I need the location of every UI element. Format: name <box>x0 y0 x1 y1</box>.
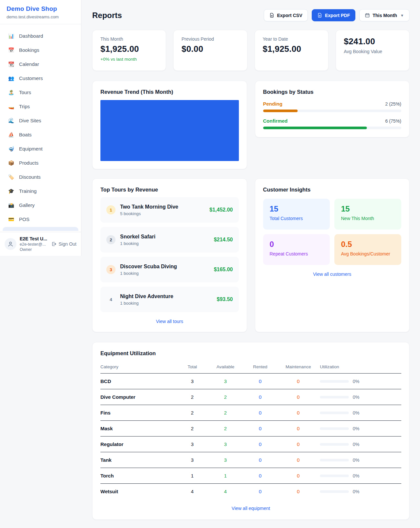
equipment-table-row: Torch 1 1 0 0 0% <box>100 468 401 484</box>
utilization-percent: 0% <box>353 379 359 384</box>
sailboat-icon: ⛵ <box>8 132 14 138</box>
dashboard-icon: 📊 <box>8 33 14 39</box>
export-csv-icon <box>269 13 274 18</box>
utilization-percent: 0% <box>353 473 359 478</box>
period-label: This Month <box>372 13 397 18</box>
equipment-total: 3 <box>178 437 207 452</box>
insight-value: 0.5 <box>341 240 395 249</box>
tour-bookings: 5 bookings <box>120 211 205 216</box>
equipment-rented: 0 <box>244 468 277 484</box>
col-available: Available <box>207 362 244 374</box>
period-select[interactable]: This Month ▼ <box>359 9 410 21</box>
speedboat-icon: 🚤 <box>8 104 14 110</box>
customer-insights-card: Customer Insights 15 Total Customers 15 … <box>255 178 410 332</box>
insight-value: 15 <box>270 204 324 213</box>
sidebar-item-label: Calendar <box>19 61 39 67</box>
utilization-percent: 0% <box>353 442 359 447</box>
sidebar-item-calendar[interactable]: 📆Calendar <box>0 57 81 71</box>
sidebar-item-dashboard[interactable]: 📊Dashboard <box>0 29 81 43</box>
customers-icon: 👥 <box>8 75 14 81</box>
utilization-percent: 0% <box>353 489 359 494</box>
tour-row[interactable]: 1 Two Tank Morning Dive 5 bookings $1,45… <box>100 197 239 223</box>
tour-row[interactable]: 3 Discover Scuba Diving 1 booking $165.0… <box>100 257 239 282</box>
stat-card-avg-booking-value: $241.00 Avg Booking Value <box>336 30 410 71</box>
equipment-utilization-card: Equipment Utilization Category Total Ava… <box>92 342 410 520</box>
equipment-utilization-cell: 0% <box>320 389 401 405</box>
sidebar-item-bookings[interactable]: 📅Bookings <box>0 43 81 57</box>
sidebar-item-label: Trips <box>19 104 30 109</box>
sidebar-item-products[interactable]: 📦Products <box>0 156 81 170</box>
status-label: Pending <box>263 101 283 107</box>
equipment-category: Wetsuit <box>100 484 178 499</box>
insight-tile-avg-bookings: 0.5 Avg Bookings/Customer <box>334 234 401 265</box>
equipment-rented: 0 <box>244 374 277 389</box>
sidebar-item-label: Boats <box>19 132 32 137</box>
status-count: 6 (75%) <box>385 118 401 124</box>
equipment-utilization-cell: 0% <box>320 437 401 452</box>
stat-label: Year to Date <box>263 36 320 42</box>
equipment-table-row: Wetsuit 4 4 0 0 0% <box>100 484 401 499</box>
export-pdf-button[interactable]: Export PDF <box>312 9 355 21</box>
tour-revenue: $214.50 <box>214 237 233 243</box>
export-pdf-icon <box>317 13 322 18</box>
tour-revenue: $93.50 <box>217 296 233 302</box>
sidebar-item-discounts[interactable]: 🏷️Discounts <box>0 170 81 184</box>
export-csv-button[interactable]: Export CSV <box>264 9 308 21</box>
col-rented: Rented <box>244 362 277 374</box>
equipment-category: Tank <box>100 452 178 468</box>
sidebar-item-label: Discounts <box>19 174 41 180</box>
tour-revenue: $1,452.00 <box>209 207 233 213</box>
equipment-category: Dive Computer <box>100 389 178 405</box>
tour-name: Discover Scuba Diving <box>120 264 209 270</box>
sidebar-item-label: Equipment <box>19 146 43 152</box>
revenue-trend-chart <box>100 100 239 161</box>
user-box: E2E Test U... e2e-tester@... Owner Sign … <box>0 232 81 256</box>
credit-card-icon: 💳 <box>8 216 14 222</box>
equipment-total: 2 <box>178 405 207 421</box>
equipment-table-row: Fins 2 2 0 0 0% <box>100 405 401 421</box>
insight-label: New This Month <box>341 216 395 221</box>
equipment-total: 2 <box>178 389 207 405</box>
sidebar-item-equipment[interactable]: 🤿Equipment <box>0 142 81 156</box>
sidebar-item-label: Dive Sites <box>19 118 41 123</box>
avatar <box>5 238 16 250</box>
sidebar-item-gallery[interactable]: 📸Gallery <box>0 198 81 212</box>
equipment-utilization-cell: 0% <box>320 374 401 389</box>
equipment-available: 2 <box>207 389 244 405</box>
rank-badge: 1 <box>106 205 116 214</box>
stats-row: This Month $1,925.00 +0% vs last month P… <box>92 30 410 71</box>
tour-name: Night Dive Adventure <box>120 294 212 299</box>
equipment-category: Fins <box>100 405 178 421</box>
sidebar-item-trips[interactable]: 🚤Trips <box>0 99 81 113</box>
equipment-rented: 0 <box>244 484 277 499</box>
stat-value: $241.00 <box>344 36 401 47</box>
tour-row[interactable]: 2 Snorkel Safari 1 booking $214.50 <box>100 227 239 253</box>
tour-row[interactable]: 4 Night Dive Adventure 1 booking $93.50 <box>100 287 239 312</box>
sidebar-item-pos[interactable]: 💳POS <box>0 212 81 226</box>
tour-revenue: $165.00 <box>214 267 233 273</box>
sidebar-item-label: Dashboard <box>19 33 43 39</box>
sidebar-item-tours[interactable]: 🏝️Tours <box>0 85 81 99</box>
sign-out-button[interactable]: Sign Out <box>52 241 76 247</box>
island-icon: 🏝️ <box>8 90 14 95</box>
stat-value: $0.00 <box>181 44 239 54</box>
sidebar-item-customers[interactable]: 👥Customers <box>0 71 81 85</box>
sidebar-item-active-partial[interactable] <box>3 227 78 231</box>
stat-value: $1,925.00 <box>100 44 158 54</box>
equipment-available: 3 <box>207 374 244 389</box>
tour-bookings: 1 booking <box>120 271 209 276</box>
view-all-equipment-link[interactable]: View all equipment <box>100 506 401 511</box>
sidebar-item-training[interactable]: 🎓Training <box>0 184 81 198</box>
sidebar-item-boats[interactable]: ⛵Boats <box>0 128 81 142</box>
view-all-tours-link[interactable]: View all tours <box>100 319 239 324</box>
equipment-utilization-cell: 0% <box>320 484 401 499</box>
sidebar-item-label: Bookings <box>19 47 39 53</box>
sidebar-item-dive-sites[interactable]: 🌊Dive Sites <box>0 113 81 128</box>
export-pdf-label: Export PDF <box>325 13 350 18</box>
utilization-bar <box>320 427 349 430</box>
sidebar-item-label: POS <box>19 216 30 222</box>
view-all-customers-link[interactable]: View all customers <box>263 272 402 277</box>
equipment-category: Regulator <box>100 437 178 452</box>
equipment-table-row: Tank 3 3 0 0 0% <box>100 452 401 468</box>
stat-label: This Month <box>100 36 158 42</box>
